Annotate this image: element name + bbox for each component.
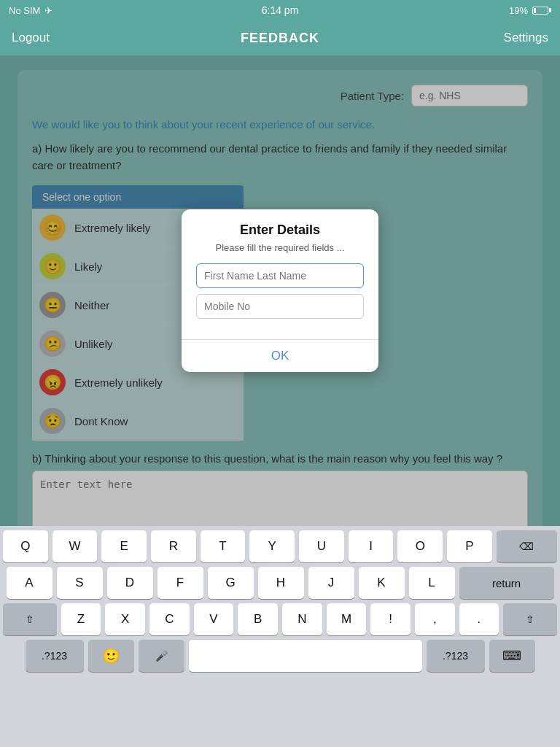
key-q[interactable]: Q [3,530,48,562]
key-w[interactable]: W [52,530,98,562]
keyboard-row-3: ⇧ Z X C V B N M ! , . ⇧ [0,599,560,635]
dialog-subtitle: Please fill the required fields ... [196,242,364,253]
settings-button[interactable]: Settings [504,31,548,45]
key-h[interactable]: H [258,567,304,599]
dot-num-key[interactable]: .?123 [427,640,485,672]
dialog: Enter Details Please fill the required f… [182,209,378,372]
key-z[interactable]: Z [61,603,101,635]
mic-key[interactable]: 🎤 [139,640,184,672]
battery-percent: 19% [509,5,528,16]
key-n[interactable]: N [282,603,322,635]
key-b[interactable]: B [238,603,278,635]
time-label: 6:14 pm [262,4,299,16]
key-t[interactable]: T [201,530,246,562]
keyboard-hide-key[interactable]: ⌨ [489,640,535,672]
key-x[interactable]: X [105,603,145,635]
key-period[interactable]: . [459,603,499,635]
key-s[interactable]: S [57,567,103,599]
keyboard-row-4: .?123 🙂 🎤 .?123 ⌨ [0,635,560,672]
space-key[interactable] [189,640,422,672]
main-content: Patient Type: We would like you to think… [0,55,560,526]
shift-key-left[interactable]: ⇧ [3,603,57,635]
status-bar: No SIM ✈ 6:14 pm 19% [0,0,560,20]
mobile-input[interactable] [196,294,364,319]
dialog-title: Enter Details [196,222,364,238]
key-i[interactable]: I [349,530,394,562]
logout-button[interactable]: Logout [12,31,50,45]
key-u[interactable]: U [299,530,344,562]
key-d[interactable]: D [107,567,153,599]
wifi-icon: ✈ [44,5,52,16]
delete-key[interactable]: ⌫ [497,530,557,562]
status-right: 19% [509,5,551,16]
keyboard-row-1: Q W E R T Y U I O P ⌫ [0,526,560,562]
key-e[interactable]: E [101,530,147,562]
status-left: No SIM ✈ [9,5,52,16]
modal-overlay: Enter Details Please fill the required f… [0,55,560,526]
key-g[interactable]: G [208,567,254,599]
key-m[interactable]: M [327,603,367,635]
nav-title: FEEDBACK [241,31,319,46]
key-l[interactable]: L [409,567,455,599]
key-a[interactable]: A [7,567,52,599]
key-f[interactable]: F [158,567,203,599]
shift-key-right[interactable]: ⇧ [503,603,557,635]
carrier-label: No SIM [9,5,40,16]
key-k[interactable]: K [359,567,405,599]
dialog-body: Enter Details Please fill the required f… [182,209,378,333]
key-p[interactable]: P [447,530,492,562]
key-excl[interactable]: ! [370,603,411,635]
key-comma[interactable]: , [415,603,455,635]
key-r[interactable]: R [151,530,196,562]
key-v[interactable]: V [194,603,234,635]
numbers-key[interactable]: .?123 [26,640,84,672]
emoji-key[interactable]: 🙂 [88,640,134,672]
battery-icon [532,7,551,15]
key-j[interactable]: J [308,567,354,599]
first-name-input[interactable] [196,263,364,288]
nav-bar: Logout FEEDBACK Settings [0,20,560,55]
return-key[interactable]: return [459,567,554,599]
key-o[interactable]: O [397,530,443,562]
keyboard: Q W E R T Y U I O P ⌫ A S D F G H J K L … [0,526,560,747]
key-c[interactable]: C [149,603,190,635]
keyboard-row-2: A S D F G H J K L return [0,562,560,599]
key-y[interactable]: Y [249,530,295,562]
ok-button[interactable]: OK [182,340,378,372]
